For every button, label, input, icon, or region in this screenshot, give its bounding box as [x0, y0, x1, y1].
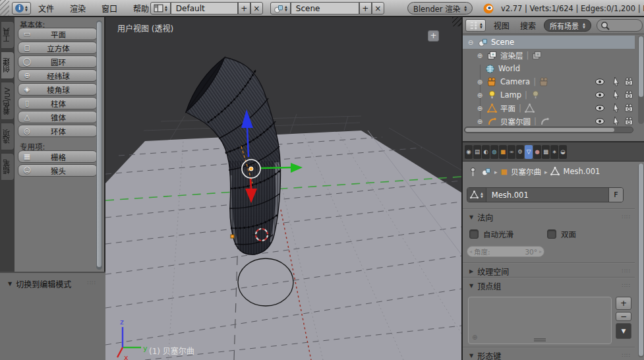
- tab-constraints[interactable]: ∞: [508, 145, 515, 159]
- outliner-row-world[interactable]: World: [463, 62, 635, 75]
- render-camera-toggle[interactable]: [624, 90, 634, 100]
- add-torus-button[interactable]: ◎环体: [18, 125, 98, 137]
- selectability-cursor-toggle[interactable]: [610, 117, 621, 125]
- selectability-cursor-toggle[interactable]: [610, 77, 621, 86]
- list-resize-grip[interactable]: [534, 338, 546, 342]
- texture-space-panel-header[interactable]: 纹理空间: [469, 265, 509, 277]
- render-camera-toggle[interactable]: [624, 77, 634, 86]
- tab-physics[interactable]: ◒: [559, 145, 567, 159]
- plane-object[interactable]: [105, 131, 461, 360]
- outliner-row-scene[interactable]: ⊖ Scene: [463, 36, 635, 49]
- tab-modifiers[interactable]: ⚙: [516, 145, 524, 159]
- panel-drag-grip[interactable]: [88, 280, 96, 286]
- pin-icon[interactable]: [468, 167, 478, 177]
- tab-tools[interactable]: 工具: [1, 21, 15, 49]
- add-scene-button[interactable]: +: [359, 2, 372, 15]
- angle-slider[interactable]: 角度: 30°: [467, 246, 544, 257]
- selectability-cursor-toggle[interactable]: [610, 104, 621, 113]
- breadcrumb-object-name[interactable]: 贝塞尔曲: [511, 166, 541, 177]
- shape-keys-panel-header[interactable]: 形态键: [469, 349, 501, 360]
- tab-grease-pencil[interactable]: 蜡笔: [1, 153, 15, 181]
- expand-toggle[interactable]: ⊕: [476, 52, 484, 59]
- tab-particles[interactable]: ∗: [550, 145, 558, 159]
- add-circle-button[interactable]: ◯圆环: [18, 55, 98, 68]
- outliner-row-render-layers[interactable]: ⊕ 渲染层: [463, 49, 635, 62]
- add-vertex-group-button[interactable]: +: [616, 297, 631, 310]
- gizmo-x-arrow[interactable]: [250, 179, 251, 189]
- vertex-group-specials-menu[interactable]: ▼: [616, 323, 631, 339]
- outliner-vertical-scrollbar[interactable]: [638, 36, 644, 124]
- menu-render[interactable]: 渲染: [62, 3, 94, 14]
- add-icosphere-button[interactable]: ◈棱角球: [18, 83, 98, 96]
- menu-window[interactable]: 窗口: [94, 3, 125, 14]
- add-cylinder-button[interactable]: ▯柱体: [18, 97, 98, 109]
- tool-shelf-scrollbar[interactable]: [96, 20, 102, 270]
- editor-type-selector[interactable]: [12, 2, 31, 15]
- add-cube-button[interactable]: ◻立方体: [18, 42, 98, 54]
- outliner-editor-type-button[interactable]: [465, 19, 486, 32]
- tab-render-layers[interactable]: ▤: [473, 145, 481, 159]
- screen-layout-selector[interactable]: [150, 2, 171, 15]
- selectability-cursor-toggle[interactable]: [610, 90, 621, 100]
- expand-toggle[interactable]: ⊖: [467, 39, 475, 46]
- double-sided-checkbox[interactable]: [547, 229, 556, 239]
- outliner-display-mode-dropdown[interactable]: 所有场景: [544, 19, 591, 32]
- auto-smooth-checkbox[interactable]: [469, 229, 479, 239]
- double-sided-option[interactable]: 双面: [547, 229, 576, 239]
- corner-resize-grip[interactable]: [0, 0, 9, 16]
- tab-world[interactable]: ◍: [490, 145, 498, 159]
- vertex-groups-panel-header[interactable]: 顶点组: [469, 280, 501, 291]
- datablock-name-field[interactable]: Mesh.001: [486, 188, 608, 202]
- expand-toggle[interactable]: ⊕: [476, 92, 484, 99]
- render-camera-toggle[interactable]: [624, 104, 634, 113]
- scene-name-field[interactable]: Scene: [291, 2, 359, 15]
- outliner-row-lamp[interactable]: ⊕ Lamp: [463, 88, 635, 102]
- render-engine-dropdown[interactable]: Blender 渲染: [407, 2, 473, 15]
- datablock-type-button[interactable]: [467, 188, 486, 202]
- outliner-menu-view[interactable]: 视图: [491, 20, 512, 31]
- add-monkey-button[interactable]: ☺猴头: [18, 164, 98, 177]
- visibility-eye-toggle[interactable]: [595, 104, 605, 113]
- add-uvsphere-button[interactable]: ⊕经纬球: [18, 69, 98, 82]
- panel-drag-grip[interactable]: [622, 352, 631, 359]
- screen-layout-name-field[interactable]: Default: [171, 2, 238, 15]
- properties-scrollbar[interactable]: [638, 164, 644, 357]
- add-plane-button[interactable]: ▭平面: [18, 28, 98, 40]
- menu-file[interactable]: 文件: [30, 3, 62, 14]
- area-resize-grip[interactable]: [452, 17, 461, 26]
- add-cone-button[interactable]: △锥体: [18, 111, 98, 123]
- outliner-row-bezier-circle[interactable]: ⊕ 贝塞尔圆: [463, 115, 635, 125]
- tab-options[interactable]: 选项: [1, 123, 15, 150]
- render-camera-toggle[interactable]: [624, 117, 634, 125]
- outliner-search-field[interactable]: [597, 19, 643, 32]
- outliner-row-camera[interactable]: ⊕ Camera: [463, 75, 635, 88]
- add-grid-button[interactable]: ▦栅格: [18, 150, 98, 163]
- tab-object-data[interactable]: ▽: [525, 145, 533, 159]
- panel-drag-grip[interactable]: [622, 282, 631, 289]
- scene-selector[interactable]: [270, 2, 291, 15]
- outliner-row-plane[interactable]: ⊕ 平面: [463, 102, 635, 115]
- visibility-eye-toggle[interactable]: [595, 90, 605, 100]
- tab-object[interactable]: ■: [499, 145, 507, 159]
- tab-scene[interactable]: ◐: [482, 145, 490, 159]
- vertex-groups-list[interactable]: [468, 297, 612, 344]
- expand-toggle[interactable]: ⊕: [476, 105, 484, 112]
- tab-texture[interactable]: ▩: [542, 145, 550, 159]
- close-layout-button[interactable]: ×: [250, 2, 263, 15]
- close-scene-button[interactable]: ×: [372, 2, 384, 15]
- tab-shading-uv[interactable]: 着色/UV: [1, 82, 15, 120]
- breadcrumb-data-name[interactable]: Mesh.001: [563, 167, 600, 176]
- panel-drag-grip[interactable]: [622, 268, 631, 274]
- panel-drag-grip[interactable]: [622, 214, 631, 220]
- tab-material[interactable]: ●: [533, 145, 541, 159]
- auto-smooth-option[interactable]: 自动光滑: [469, 229, 513, 239]
- add-layout-button[interactable]: +: [238, 2, 250, 15]
- tab-render[interactable]: ◉: [465, 145, 473, 159]
- fake-user-button[interactable]: F: [608, 188, 623, 202]
- normals-panel-header[interactable]: 法向: [469, 211, 493, 223]
- gizmo-y-arrow[interactable]: [261, 167, 291, 168]
- 3d-viewport[interactable]: z y x 用户视图 (透视) (1) 贝塞尔曲: [105, 17, 461, 360]
- remove-vertex-group-button[interactable]: −: [616, 312, 631, 321]
- operator-panel-header[interactable]: 切换到编辑模式: [8, 278, 71, 289]
- visibility-eye-toggle[interactable]: [595, 77, 605, 86]
